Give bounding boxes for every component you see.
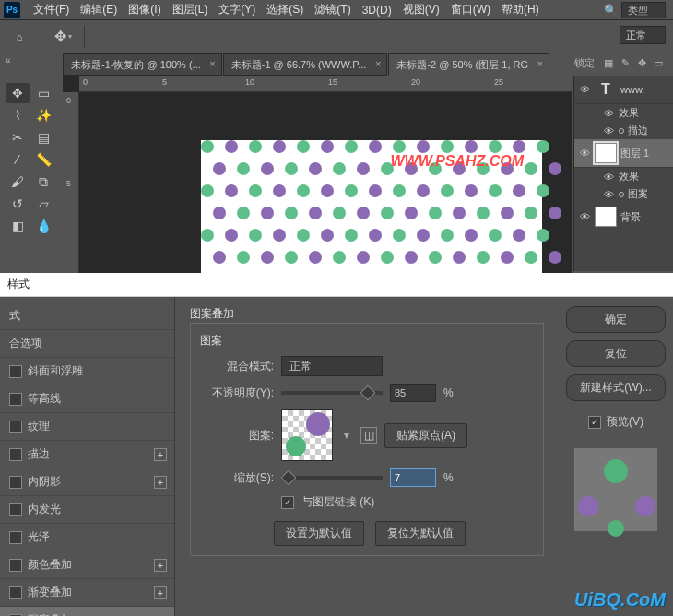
menu-filter[interactable]: 滤镜(T) bbox=[309, 0, 356, 20]
style-item-blend-options[interactable]: 合选项 bbox=[0, 330, 174, 358]
menu-layer[interactable]: 图层(L) bbox=[167, 0, 214, 20]
crop-tool[interactable]: ✂ bbox=[6, 127, 30, 148]
visibility-icon[interactable]: 👁 bbox=[602, 172, 615, 183]
doc-tab-1[interactable]: 未标题-1 @ 66.7% (WWW.P...× bbox=[223, 53, 388, 76]
layer-name: 背景 bbox=[620, 210, 641, 224]
add-icon[interactable]: + bbox=[154, 448, 167, 461]
menu-edit[interactable]: 编辑(E) bbox=[75, 0, 123, 20]
home-icon[interactable]: ⌂ bbox=[9, 27, 30, 47]
marquee-tool[interactable]: ▭ bbox=[31, 83, 55, 103]
scale-input[interactable] bbox=[390, 468, 436, 487]
visibility-icon[interactable]: 👁 bbox=[578, 84, 591, 95]
menu-type[interactable]: 文字(Y) bbox=[213, 0, 261, 20]
menu-help[interactable]: 帮助(H) bbox=[496, 0, 545, 20]
filter-type-dropdown[interactable]: 类型 bbox=[621, 2, 666, 18]
style-item-stroke[interactable]: 描边+ bbox=[0, 441, 174, 468]
layer-effect-stroke[interactable]: 👁描边 bbox=[574, 122, 673, 139]
style-item-inner-glow[interactable]: 内发光 bbox=[0, 496, 174, 524]
layer-row-text[interactable]: 👁 T www. bbox=[574, 76, 673, 104]
visibility-icon[interactable]: 👁 bbox=[602, 108, 615, 119]
lock-pixels-icon[interactable]: ▦ bbox=[601, 55, 616, 70]
doc-tab-0[interactable]: 未标题-1-恢复的 @ 100% (...× bbox=[63, 53, 222, 76]
style-item-inner-shadow[interactable]: 内阴影+ bbox=[0, 468, 174, 496]
reset-button[interactable]: 复位 bbox=[566, 340, 666, 367]
style-item-color-overlay[interactable]: 颜色叠加+ bbox=[0, 551, 174, 579]
lock-brush-icon[interactable]: ✎ bbox=[618, 55, 632, 70]
opacity-slider[interactable] bbox=[281, 391, 383, 395]
layer-row-1[interactable]: 👁 图层 1 bbox=[574, 139, 673, 168]
visibility-icon[interactable]: 👁 bbox=[602, 125, 615, 136]
doc-tab-2[interactable]: 未标题-2 @ 50% (图层 1, RG× bbox=[388, 53, 549, 76]
layer-effect-pattern[interactable]: 👁图案 bbox=[574, 185, 673, 203]
scale-slider[interactable] bbox=[281, 476, 383, 480]
gradient-tool[interactable]: ◧ bbox=[6, 216, 30, 236]
visibility-icon[interactable]: 👁 bbox=[578, 211, 591, 222]
style-item-gradient-overlay[interactable]: 渐变叠加+ bbox=[0, 579, 174, 607]
visibility-icon[interactable]: 👁 bbox=[602, 189, 615, 200]
menu-select[interactable]: 选择(S) bbox=[261, 0, 309, 20]
checkbox[interactable] bbox=[9, 503, 22, 516]
checkbox[interactable] bbox=[9, 365, 22, 378]
pattern-thumbnail[interactable] bbox=[281, 409, 333, 461]
checkbox[interactable] bbox=[9, 476, 22, 489]
search-icon[interactable]: 🔍 bbox=[604, 4, 618, 17]
add-icon[interactable]: + bbox=[154, 476, 167, 489]
add-icon[interactable]: + bbox=[154, 559, 167, 572]
layer-thumb bbox=[595, 207, 617, 227]
lasso-tool[interactable]: ⌇ bbox=[6, 105, 30, 125]
blend-mode-dropdown[interactable]: 正常 bbox=[620, 26, 666, 44]
brush-tool[interactable]: 🖌 bbox=[6, 172, 30, 192]
style-item-pattern-overlay[interactable]: 图案叠加 bbox=[0, 607, 174, 616]
checkbox[interactable] bbox=[9, 393, 22, 406]
collapse-panels-icon[interactable]: « bbox=[6, 55, 11, 65]
move-tool-icon[interactable]: ✥▾ bbox=[53, 27, 73, 47]
menu-bar: Ps 文件(F) 编辑(E) 图像(I) 图层(L) 文字(Y) 选择(S) 滤… bbox=[0, 0, 673, 20]
eraser-tool[interactable]: ▱ bbox=[31, 194, 55, 214]
blend-mode-select[interactable]: 正常 bbox=[281, 356, 383, 376]
clone-tool[interactable]: ⧉ bbox=[31, 172, 55, 192]
menu-window[interactable]: 窗口(W) bbox=[445, 0, 496, 20]
slice-tool[interactable]: ▤ bbox=[31, 127, 55, 148]
close-icon[interactable]: × bbox=[375, 58, 381, 69]
snap-origin-icon[interactable]: ◫ bbox=[360, 427, 377, 444]
lock-artboard-icon[interactable]: ▭ bbox=[651, 55, 666, 70]
new-style-button[interactable]: 新建样式(W)... bbox=[566, 374, 666, 401]
style-item-texture[interactable]: 纹理 bbox=[0, 413, 174, 441]
canvas[interactable]: WWW.PSAHZ.COM bbox=[201, 140, 542, 273]
chevron-down-icon[interactable]: ▾ bbox=[340, 429, 353, 442]
add-icon[interactable]: + bbox=[154, 586, 167, 599]
layer-effects[interactable]: 👁效果 bbox=[574, 168, 673, 185]
close-icon[interactable]: × bbox=[209, 58, 215, 69]
checkbox[interactable] bbox=[9, 586, 22, 599]
style-item-bevel[interactable]: 斜面和浮雕 bbox=[0, 358, 174, 385]
menu-3d[interactable]: 3D(D) bbox=[357, 1, 397, 19]
lock-move-icon[interactable]: ✥ bbox=[634, 55, 649, 70]
layer-effects[interactable]: 👁效果 bbox=[574, 104, 673, 122]
opacity-input[interactable] bbox=[390, 384, 436, 402]
move-tool[interactable]: ✥ bbox=[6, 83, 30, 103]
menu-file[interactable]: 文件(F) bbox=[28, 0, 75, 20]
menu-view[interactable]: 视图(V) bbox=[397, 0, 445, 20]
make-default-button[interactable]: 设置为默认值 bbox=[274, 521, 364, 546]
checkbox[interactable] bbox=[9, 531, 22, 544]
checkbox[interactable] bbox=[9, 448, 22, 461]
close-icon[interactable]: × bbox=[537, 58, 543, 69]
menu-image[interactable]: 图像(I) bbox=[123, 0, 166, 20]
ok-button[interactable]: 确定 bbox=[566, 306, 666, 333]
checkbox[interactable] bbox=[9, 421, 22, 433]
blur-tool[interactable]: 💧 bbox=[31, 216, 55, 236]
eyedropper-tool[interactable]: ⁄ bbox=[6, 149, 30, 170]
magic-wand-tool[interactable]: ✨ bbox=[31, 105, 55, 125]
snap-origin-button[interactable]: 贴紧原点(A) bbox=[384, 423, 467, 448]
preview-checkbox[interactable] bbox=[588, 416, 601, 429]
ruler-tool[interactable]: 📏 bbox=[31, 149, 55, 170]
history-brush-tool[interactable]: ↺ bbox=[6, 194, 30, 214]
style-item-styles[interactable]: 式 bbox=[0, 302, 174, 330]
visibility-icon[interactable]: 👁 bbox=[578, 148, 591, 159]
style-item-satin[interactable]: 光泽 bbox=[0, 524, 174, 551]
style-item-contour[interactable]: 等高线 bbox=[0, 385, 174, 413]
layer-row-bg[interactable]: 👁 背景 bbox=[574, 203, 673, 231]
checkbox[interactable] bbox=[9, 559, 22, 572]
reset-default-button[interactable]: 复位为默认值 bbox=[375, 521, 466, 546]
link-checkbox[interactable] bbox=[281, 496, 294, 509]
